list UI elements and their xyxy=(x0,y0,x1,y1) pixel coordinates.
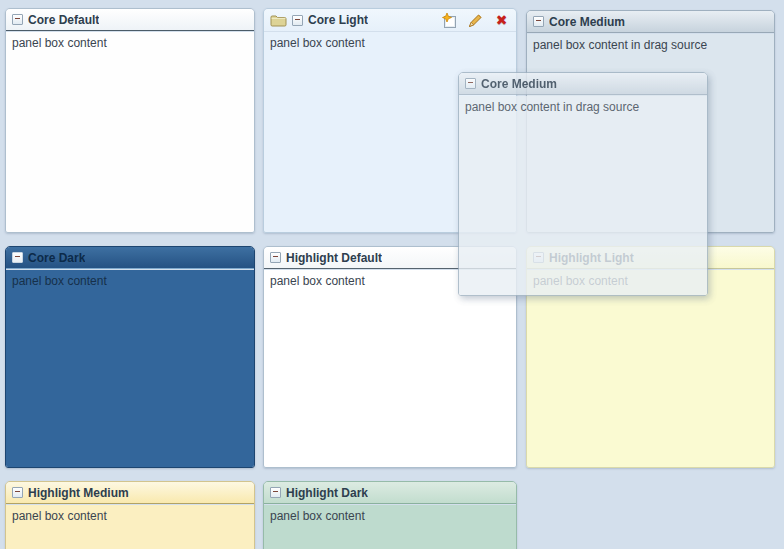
panel-title: Core Light xyxy=(308,13,368,27)
panel-highlight-medium: Highlight Medium panel box content xyxy=(5,481,255,549)
panel-core-default-header[interactable]: Core Default xyxy=(6,9,254,31)
collapse-minus-icon[interactable] xyxy=(292,15,303,26)
panel-title: Highlight Dark xyxy=(286,486,368,500)
panel-content: panel box content xyxy=(6,505,254,549)
panel-title: Core Dark xyxy=(28,251,85,265)
edit-pencil-icon[interactable] xyxy=(467,12,484,29)
panel-content: panel box content xyxy=(6,32,254,232)
panel-core-dark: Core Dark panel box content xyxy=(5,246,255,468)
folder-icon xyxy=(270,14,287,27)
panel-title: Highlight Medium xyxy=(28,486,129,500)
panel-core-dark-header[interactable]: Core Dark xyxy=(6,247,254,269)
panel-content: panel box content xyxy=(264,505,516,549)
collapse-minus-icon xyxy=(465,78,476,89)
panel-highlight-dark-header[interactable]: Highlight Dark xyxy=(264,482,516,504)
panel-title: Core Default xyxy=(28,13,99,27)
panel-content: panel box content xyxy=(6,270,254,467)
collapse-minus-icon[interactable] xyxy=(12,487,23,498)
panel-content: panel box content xyxy=(527,270,774,467)
drag-ghost-content: panel box content in drag source xyxy=(459,96,707,295)
panel-core-default: Core Default panel box content xyxy=(5,8,255,233)
drag-ghost-header: Core Medium xyxy=(459,73,707,95)
panel-title: Highlight Default xyxy=(286,251,382,265)
panel-highlight-medium-header[interactable]: Highlight Medium xyxy=(6,482,254,504)
page-root: { "panels": [ { "title": "Core Default",… xyxy=(0,0,784,549)
collapse-minus-icon[interactable] xyxy=(12,14,23,25)
panel-title: Core Medium xyxy=(549,15,625,29)
collapse-minus-icon[interactable] xyxy=(270,252,281,263)
panel-content: panel box content xyxy=(264,270,516,467)
panel-core-medium-header[interactable]: Core Medium xyxy=(527,11,774,33)
panel-highlight-dark: Highlight Dark panel box content xyxy=(263,481,517,549)
drag-ghost-panel[interactable]: Core Medium panel box content in drag so… xyxy=(458,72,708,296)
panel-toolbar: ✖ xyxy=(441,12,510,29)
panel-core-light-header[interactable]: Core Light ✖ xyxy=(264,9,516,31)
new-note-icon[interactable] xyxy=(441,12,458,29)
collapse-minus-icon[interactable] xyxy=(12,252,23,263)
drag-ghost-title: Core Medium xyxy=(481,77,557,91)
collapse-minus-icon[interactable] xyxy=(533,16,544,27)
delete-x-icon[interactable]: ✖ xyxy=(493,12,510,29)
collapse-minus-icon[interactable] xyxy=(270,487,281,498)
